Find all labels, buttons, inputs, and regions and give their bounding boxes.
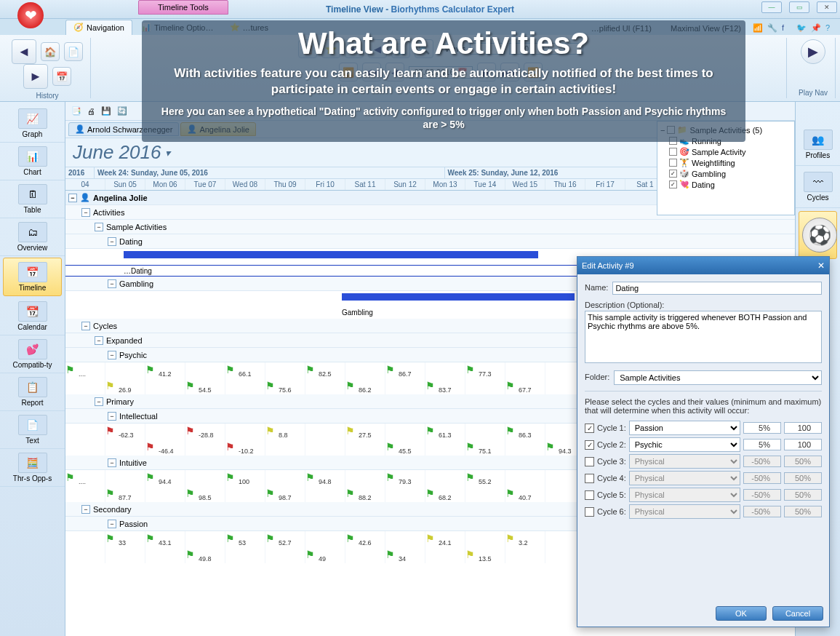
rss-icon[interactable]: 📶 <box>753 23 763 33</box>
cycle-min[interactable]: 5% <box>743 439 781 450</box>
new-button[interactable]: 📄 <box>64 42 83 61</box>
collapse-icon[interactable]: − <box>108 237 116 246</box>
forward-button[interactable]: ► <box>23 64 48 89</box>
collapse-icon[interactable]: − <box>81 208 90 217</box>
cycle-checkbox[interactable] <box>585 457 594 466</box>
nav-report[interactable]: 📋Report <box>0 373 65 411</box>
cycle-select[interactable]: Physical <box>629 504 740 519</box>
collapse-icon[interactable]: − <box>108 520 116 528</box>
cancel-button[interactable]: Cancel <box>772 606 823 621</box>
nav-compatibility[interactable]: 💕Compatib-ty <box>0 335 65 373</box>
chevron-down-icon[interactable]: ▾ <box>165 147 170 159</box>
collapse-icon[interactable]: − <box>95 397 103 406</box>
nav-timeline[interactable]: 📅Timeline <box>3 258 62 296</box>
nav-table[interactable]: 🗓Table <box>0 180 65 218</box>
cycle-max[interactable]: 100 <box>784 422 822 434</box>
cycle-checkbox[interactable] <box>585 490 594 500</box>
row-dating[interactable]: −Dating <box>65 234 795 249</box>
nav-thresholds[interactable]: 🧮Thr-s Opp-s <box>0 449 65 487</box>
cycle-select[interactable]: Passion <box>629 421 740 435</box>
nav-chart[interactable]: 📊Chart <box>0 143 65 180</box>
cycle-select[interactable]: Physical <box>629 471 740 485</box>
cycle-min[interactable]: 5% <box>743 422 781 434</box>
cell-value: 40.7 <box>519 494 532 501</box>
collapse-icon[interactable]: − <box>81 505 90 514</box>
cycle-min[interactable]: -50% <box>743 489 781 501</box>
cycle-max[interactable]: 100 <box>784 439 822 450</box>
cycle-max[interactable]: 50% <box>784 489 822 501</box>
ok-button[interactable]: OK <box>716 606 767 621</box>
nav-cycles[interactable]: 〰Cycles <box>796 166 840 208</box>
dialog-close-icon[interactable]: ✕ <box>817 261 825 271</box>
cycle-min[interactable]: -50% <box>743 456 781 467</box>
tab-navigation[interactable]: 🧭Navigation <box>65 20 132 35</box>
cycle-select[interactable]: Physical <box>629 454 740 469</box>
collapse-icon[interactable]: − <box>108 351 116 359</box>
row-sample[interactable]: −Sample Activities <box>65 220 795 234</box>
play-button[interactable]: ▶ <box>801 39 825 64</box>
cycle-max[interactable]: 50% <box>784 456 822 467</box>
dating-bar[interactable] <box>124 251 538 258</box>
collapse-icon[interactable]: − <box>68 194 77 202</box>
cycle-min[interactable]: -50% <box>743 472 781 484</box>
facebook-icon[interactable]: f <box>782 23 792 33</box>
cycle-select[interactable]: Psychic <box>629 437 740 452</box>
nav-calendar[interactable]: 📆Calendar <box>0 298 65 335</box>
name-input[interactable] <box>612 282 822 295</box>
dialog-titlebar[interactable]: Edit Activity #9✕ <box>577 257 829 274</box>
tree-checkbox[interactable] <box>669 159 677 167</box>
gambling-bar[interactable] <box>342 293 575 301</box>
tree-checkbox[interactable]: ✓ <box>669 170 677 178</box>
close-button[interactable]: ✕ <box>817 1 837 13</box>
day-col: Tue 07 <box>185 179 225 190</box>
cell-value: 54.5 <box>199 386 212 394</box>
collapse-icon[interactable]: − <box>95 223 103 231</box>
cycle-select[interactable]: Physical <box>629 488 740 502</box>
calendar-button[interactable]: 📅 <box>52 67 71 86</box>
tree-checkbox[interactable] <box>669 148 677 156</box>
tree-checkbox[interactable]: ✓ <box>669 180 677 188</box>
collapse-icon[interactable]: − <box>81 322 90 330</box>
flag-icon <box>225 364 236 374</box>
cycle-checkbox[interactable] <box>585 507 594 517</box>
twitter-icon[interactable]: 🐦 <box>796 23 807 33</box>
tree-item[interactable]: ✓ 🎲 Gambling <box>660 168 791 179</box>
row-label: Intellectual <box>119 412 158 421</box>
cycle-max[interactable]: 50% <box>784 506 822 517</box>
minimize-button[interactable]: — <box>761 1 782 13</box>
tree-item[interactable]: 🏋 Weightlifting <box>660 157 791 168</box>
help-icon[interactable]: ? <box>825 23 836 33</box>
tools-icon[interactable]: 🔧 <box>767 23 777 33</box>
nav-overview[interactable]: 🗂Overview <box>0 218 65 256</box>
nav-graph[interactable]: 📈Graph <box>0 105 65 143</box>
collapse-icon[interactable]: − <box>108 458 116 467</box>
pin-icon[interactable]: 📌 <box>811 23 821 33</box>
cycle-checkbox[interactable] <box>585 474 594 483</box>
tree-item[interactable]: 🎯 Sample Activity <box>660 146 791 157</box>
cycle-min[interactable]: -50% <box>743 506 781 517</box>
nav-text[interactable]: 📄Text <box>0 411 65 449</box>
collapse-icon[interactable]: − <box>95 336 103 345</box>
goto-icon[interactable]: 📑 <box>71 106 81 116</box>
flag-icon <box>465 364 476 374</box>
timeline-tools-tab[interactable]: Timeline Tools <box>138 0 228 15</box>
maximize-button[interactable]: ▭ <box>789 1 809 13</box>
folder-select[interactable]: Sample Activities <box>614 370 822 385</box>
collapse-icon[interactable]: − <box>108 412 116 421</box>
desc-textarea[interactable]: This sample activity is triggered whenev… <box>585 311 822 363</box>
timeline-cell <box>305 440 345 456</box>
nav-profiles[interactable]: 👥Profiles <box>796 124 840 166</box>
refresh-icon[interactable]: 🔄 <box>117 106 127 116</box>
cycle-label: Cycle 5: <box>597 490 626 499</box>
tree-item[interactable]: ✓ 💘 Dating <box>660 179 791 190</box>
cycle-max[interactable]: 50% <box>784 472 822 484</box>
cycle-checkbox[interactable]: ✓ <box>585 440 594 450</box>
nav-activities-ball[interactable]: ⚽ <box>799 211 837 259</box>
cycle-checkbox[interactable]: ✓ <box>585 424 594 433</box>
export-icon[interactable]: 💾 <box>101 106 111 116</box>
home-button[interactable]: 🏠 <box>41 42 60 61</box>
collapse-icon[interactable]: − <box>108 279 116 288</box>
print-icon[interactable]: 🖨 <box>87 107 95 116</box>
day-col: Wed 15 <box>505 179 545 190</box>
back-button[interactable]: ◄ <box>12 39 36 64</box>
